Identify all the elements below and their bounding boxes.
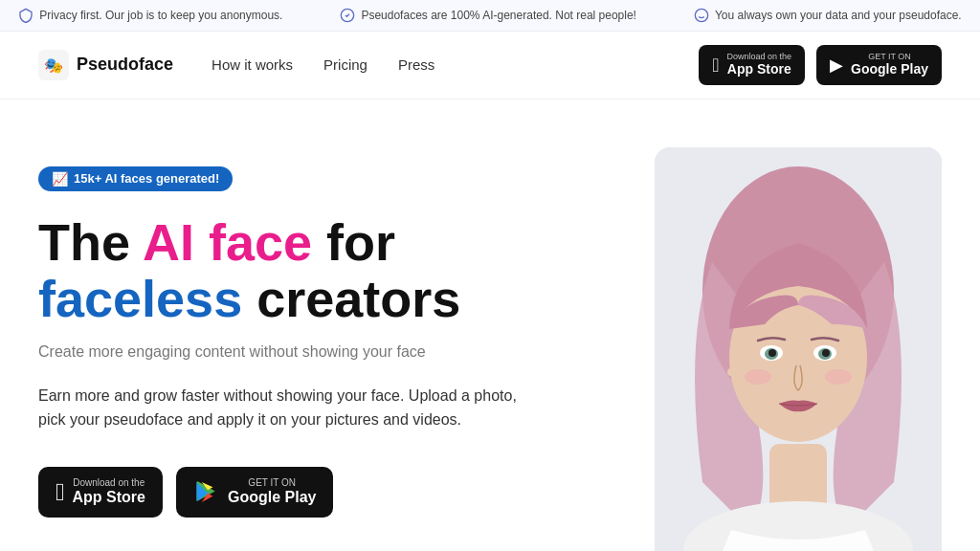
top-bar: Privacy first. Our job is to keep you an… [0, 0, 980, 32]
hero-face-image [655, 147, 942, 551]
svg-point-17 [745, 369, 771, 385]
badge-text: 15k+ AI faces generated! [74, 171, 219, 186]
trending-icon: 📈 [52, 171, 68, 187]
hero-subtitle: Create more engaging content without sho… [38, 343, 616, 361]
smile-icon [694, 8, 709, 23]
hero-section: 📈 15k+ AI faces generated! The AI face f… [0, 99, 980, 551]
svg-point-18 [825, 369, 852, 385]
hero-title-part3: creators [242, 270, 460, 327]
hero-title-faceless: faceless [38, 270, 242, 327]
nav-links: How it works Pricing Press [212, 56, 699, 73]
hero-image [655, 147, 942, 551]
hero-title-ai: AI face [143, 213, 312, 271]
hero-title-part2: for [312, 213, 395, 271]
check-circle-icon [340, 8, 355, 23]
svg-text:🎭: 🎭 [44, 55, 63, 74]
nav-store-buttons:  Download on the App Store ▶ GET IT ON … [699, 45, 942, 85]
logo-icon: 🎭 [38, 50, 69, 80]
nav-press[interactable]: Press [398, 56, 434, 73]
google-play-sub: GET IT ON [851, 53, 928, 61]
app-store-sub: Download on the [727, 53, 792, 61]
logo[interactable]: 🎭 Pseudoface [38, 50, 173, 80]
hero-cta-buttons:  Download on the App Store GET IT ON Go… [38, 467, 616, 518]
hero-app-store-sub: Download on the [73, 478, 145, 488]
hero-google-play-icon [193, 478, 220, 505]
hero-content: 📈 15k+ AI faces generated! The AI face f… [38, 147, 655, 518]
svg-point-19 [727, 368, 735, 376]
shield-icon [18, 8, 33, 23]
hero-description: Earn more and grow faster without showin… [38, 384, 536, 432]
svg-point-16 [822, 349, 830, 357]
top-bar-ai-text: Pseudofaces are 100% AI-generated. Not r… [361, 9, 636, 22]
hero-title: The AI face for faceless creators [38, 214, 616, 328]
top-bar-item-own: You always own your data and your pseudo… [694, 8, 962, 23]
app-store-main: App Store [727, 61, 792, 77]
ai-faces-badge: 📈 15k+ AI faces generated! [38, 166, 233, 191]
hero-apple-icon:  [56, 479, 65, 504]
svg-point-1 [695, 9, 707, 21]
svg-point-15 [768, 349, 776, 357]
google-play-icon: ▶ [830, 56, 843, 74]
nav-app-store-button[interactable]:  Download on the App Store [699, 45, 805, 85]
google-play-main: Google Play [851, 61, 928, 77]
face-illustration [655, 147, 942, 551]
hero-app-store-main: App Store [73, 488, 145, 506]
hero-google-play-main: Google Play [228, 488, 316, 506]
hero-title-part1: The [38, 213, 143, 271]
hero-google-play-button[interactable]: GET IT ON Google Play [176, 467, 333, 518]
nav-how-it-works[interactable]: How it works [212, 56, 293, 73]
top-bar-item-privacy: Privacy first. Our job is to keep you an… [18, 8, 282, 23]
top-bar-item-ai: Pseudofaces are 100% AI-generated. Not r… [340, 8, 636, 23]
nav-pricing[interactable]: Pricing [323, 56, 368, 73]
top-bar-privacy-text: Privacy first. Our job is to keep you an… [39, 9, 282, 22]
top-bar-own-text: You always own your data and your pseudo… [715, 9, 962, 22]
nav-google-play-button[interactable]: ▶ GET IT ON Google Play [816, 45, 942, 85]
hero-app-store-button[interactable]:  Download on the App Store [38, 467, 163, 518]
logo-text: Pseudoface [77, 55, 173, 75]
navbar: 🎭 Pseudoface How it works Pricing Press … [0, 32, 980, 99]
apple-icon:  [712, 55, 719, 75]
hero-google-play-sub: GET IT ON [228, 478, 316, 488]
